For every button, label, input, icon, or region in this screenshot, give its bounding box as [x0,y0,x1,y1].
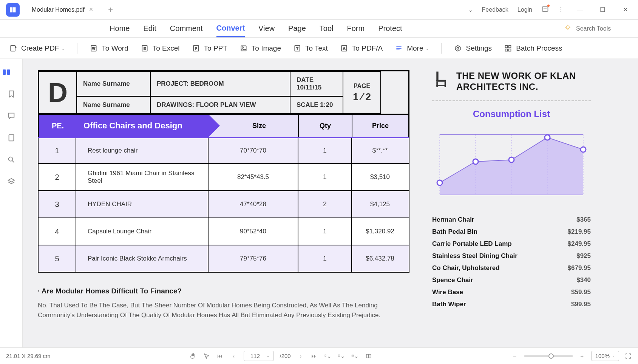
svg-rect-1 [13,7,16,12]
to-text-button[interactable]: TTo Text [293,44,328,52]
login-link[interactable]: Login [518,6,532,13]
comment-icon[interactable] [6,110,17,122]
to-pdfa-button[interactable]: ATo PDF/A [340,44,383,52]
svg-rect-8 [11,45,15,51]
list-item: Co Chair, Upholstered$679.95 [432,262,591,274]
last-page-icon[interactable]: ⏭ [311,353,318,359]
bookmark-icon[interactable] [6,88,17,100]
to-word-button[interactable]: WTo Word [90,44,128,52]
chart-title: Consumption List [432,109,591,119]
single-page-icon[interactable]: ⌄ [338,353,345,359]
page-selector[interactable]: 112 ⌄ [244,351,274,361]
settings-button[interactable]: Settings [454,44,492,52]
search-icon[interactable] [6,154,17,165]
document-tab[interactable]: Modular Homes.pdf × [24,2,100,17]
status-bar: 21.01 X 29.69 cm ⏮ ‹ 112 ⌄ /200 › ⏭ ⌄ ⌄ … [0,347,638,364]
faq-title: · Are Modular Homes Difficult To Finance… [38,287,409,295]
to-ppt-button[interactable]: PTo PPT [192,44,227,52]
svg-rect-33 [7,69,10,75]
svg-rect-2 [542,7,548,11]
faq-body: No. That Used To Be The Case, But The Sh… [38,301,385,320]
zoom-slider[interactable] [524,355,573,357]
zoom-in-icon[interactable]: + [578,353,586,359]
svg-rect-30 [505,49,508,51]
svg-rect-38 [436,80,446,82]
consumption-chart [432,127,591,202]
to-excel-button[interactable]: ETo Excel [141,44,180,52]
create-pdf-button[interactable]: Create PDF⌄ [9,44,65,52]
menu-comment[interactable]: Comment [170,20,203,37]
svg-rect-17 [241,46,246,51]
app-logo [6,3,20,17]
search-input[interactable] [576,25,629,32]
scale-cell: SCALE 1:20 [290,96,343,114]
more-menu-icon[interactable]: ⋮ [558,6,564,13]
zoom-out-icon[interactable]: − [511,353,519,359]
menu-convert[interactable]: Convert [216,20,245,37]
menu-bar: HomeEditCommentConvertViewPageToolFormPr… [0,20,638,38]
attachment-icon[interactable] [6,132,17,143]
feedback-link[interactable]: Feedback [482,6,508,13]
chevron-down-icon: ⌄ [425,46,429,51]
page-dimensions: 21.01 X 29.69 cm [6,353,51,359]
prev-page-icon[interactable]: ‹ [230,353,238,359]
fullscreen-icon[interactable] [624,353,632,359]
fit-height-icon[interactable]: ⌄ [324,353,332,359]
doc-logo: D [39,71,77,114]
add-tab-button[interactable]: + [108,5,113,15]
more-button[interactable]: More⌄ [395,44,429,52]
close-tab-icon[interactable]: × [89,6,93,14]
menu-tool[interactable]: Tool [320,20,334,37]
svg-line-36 [12,161,14,163]
hint-icon[interactable] [564,24,572,33]
svg-rect-34 [9,135,14,141]
menu-view[interactable]: View [258,20,275,37]
chevron-down-icon[interactable]: ⌄ [468,7,473,13]
toolbar: Create PDF⌄ WTo Word ETo Excel PTo PPT T… [0,38,638,59]
project-cell: PROJECT: BEDROOM [150,71,290,96]
first-page-icon[interactable]: ⏮ [216,353,224,359]
svg-text:P: P [195,46,197,50]
tab-title: Modular Homes.pdf [32,6,85,13]
table-row: 3HYDEN CHAIR47*40*282$4,125 [38,191,409,218]
minimize-button[interactable]: — [573,6,587,13]
menu-protect[interactable]: Protect [378,20,402,37]
list-item: Spence Chair$340 [432,274,591,286]
chevron-down-icon: ⌄ [267,354,270,358]
batch-icon [504,44,512,52]
consumption-list: Herman Chair$365Bath Pedal Bin$219.95Car… [432,214,591,310]
svg-point-51 [509,157,514,162]
maximize-button[interactable]: ☐ [596,6,609,13]
two-page-icon[interactable] [365,353,372,359]
svg-point-35 [8,157,12,161]
menu-form[interactable]: Form [347,20,365,37]
menu-home[interactable]: Home [110,20,130,37]
batch-process-button[interactable]: Batch Process [504,44,562,52]
zoom-level[interactable]: 100%⌄ [591,351,619,361]
list-item: Stainless Steel Dining Chair$925 [432,250,591,262]
message-icon[interactable] [541,5,549,14]
svg-point-18 [242,46,243,48]
date-cell: DATE 10/11/15 [290,71,343,96]
svg-text:A: A [343,46,345,50]
menu-edit[interactable]: Edit [143,20,156,37]
svg-text:W: W [92,46,95,50]
read-mode-icon[interactable]: ⌄ [351,353,359,359]
svg-rect-37 [436,72,438,81]
create-icon [9,44,17,52]
close-window-button[interactable]: ✕ [618,6,632,13]
list-item: Bath Pedal Bin$219.95 [432,226,591,238]
menu-page[interactable]: Page [288,20,306,37]
layers-icon[interactable] [6,176,17,187]
select-tool-icon[interactable] [203,353,210,359]
svg-rect-39 [436,82,438,87]
svg-rect-55 [338,355,340,356]
next-page-icon[interactable]: › [297,353,304,359]
thumbnails-icon[interactable] [0,66,16,78]
table-row: 1Rest lounge chair70*70*701$**.** [38,137,409,164]
to-image-button[interactable]: To Image [239,44,281,52]
svg-rect-40 [445,82,446,87]
svg-rect-32 [3,69,6,75]
hand-tool-icon[interactable] [189,353,197,359]
name1-cell: Name Surname [77,71,150,96]
